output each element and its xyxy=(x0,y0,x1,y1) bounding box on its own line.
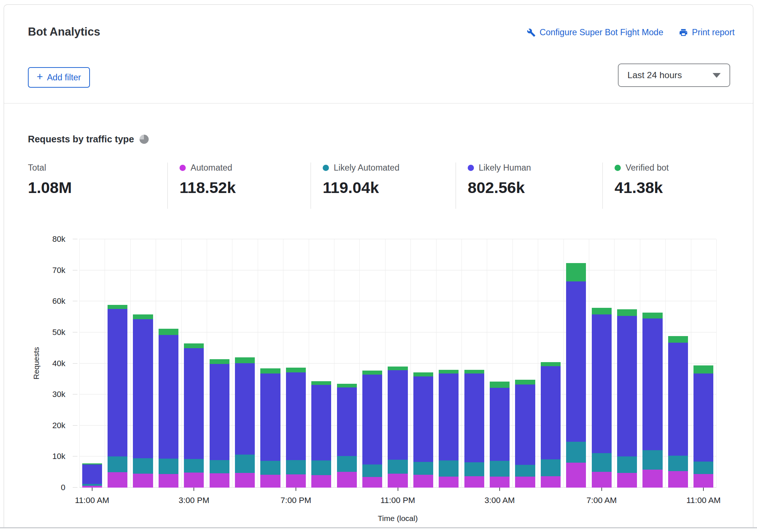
stacked-bar xyxy=(464,239,484,488)
time-range-select[interactable]: Last 24 hours xyxy=(618,63,730,87)
x-axis-tick xyxy=(193,488,194,491)
bar-segment-automated xyxy=(108,472,127,488)
section-title-row: Requests by traffic type xyxy=(28,134,149,145)
bar-segment-likely-human xyxy=(286,372,306,460)
plus-icon: + xyxy=(37,72,43,82)
stat-value: 118.52k xyxy=(180,179,311,197)
bar-segment-likely-human xyxy=(82,464,102,484)
stacked-bar xyxy=(490,239,510,488)
bar-slot xyxy=(410,239,436,488)
bar-segment-verified-bot xyxy=(108,305,127,309)
bar-segment-automated xyxy=(388,474,408,488)
bar-segment-verified-bot xyxy=(566,263,586,281)
configure-super-bot-fight-mode-link[interactable]: Configure Super Bot Fight Mode xyxy=(527,28,663,37)
bar-segment-likely-automated xyxy=(133,458,153,473)
bar-segment-automated xyxy=(515,477,535,488)
stat-value: 1.08M xyxy=(28,179,167,197)
pie-chart-icon xyxy=(140,135,149,144)
print-report-link[interactable]: Print report xyxy=(679,28,735,37)
bar-slot xyxy=(487,239,512,488)
y-axis-tick xyxy=(73,487,77,488)
bar-segment-verified-bot xyxy=(286,368,306,373)
legend-dot-likely-automated xyxy=(323,165,329,171)
bar-slot xyxy=(258,239,283,488)
bar-segment-likely-human xyxy=(617,316,637,456)
bar-segment-likely-human xyxy=(260,374,280,461)
stacked-bar xyxy=(159,239,178,488)
header-links: Configure Super Bot Fight Mode Print rep… xyxy=(527,28,735,37)
printer-icon xyxy=(679,28,688,37)
x-tick-label: 7:00 PM xyxy=(280,496,311,505)
bar-segment-verified-bot xyxy=(439,370,459,373)
time-range-value: Last 24 hours xyxy=(627,70,682,80)
bar-segment-likely-human xyxy=(642,318,662,451)
bar-slot xyxy=(359,239,385,488)
print-link-label: Print report xyxy=(692,28,735,37)
bar-segment-verified-bot xyxy=(235,357,255,363)
bar-segment-likely-human xyxy=(133,319,153,458)
stacked-bar xyxy=(184,239,204,488)
stat-label: Verified bot xyxy=(626,163,669,173)
stats-row: Total 1.08M Automated 118.52k Likely Aut… xyxy=(28,163,752,209)
bar-segment-likely-human xyxy=(668,343,688,456)
x-tick-label: 11:00 PM xyxy=(380,496,415,505)
stacked-bar xyxy=(388,239,408,488)
bar-slot xyxy=(512,239,538,488)
bar-segment-automated xyxy=(159,474,178,488)
bar-segment-automated xyxy=(362,477,382,488)
x-tick-label: 3:00 PM xyxy=(178,496,209,505)
add-filter-button[interactable]: + Add filter xyxy=(28,67,90,88)
stat-verified-bot: Verified bot 41.38k xyxy=(602,163,752,209)
bar-segment-likely-automated xyxy=(464,462,484,476)
stat-value: 802.56k xyxy=(468,179,602,197)
bar-segment-likely-automated xyxy=(642,450,662,469)
stacked-bar xyxy=(362,239,382,488)
bar-segment-likely-automated xyxy=(235,455,255,473)
bar-segment-likely-automated xyxy=(439,460,459,477)
bar-segment-likely-human xyxy=(413,376,433,462)
bar-segment-likely-human xyxy=(337,387,357,456)
bar-segment-likely-automated xyxy=(693,462,713,474)
y-tick-label: 0 xyxy=(61,483,65,492)
bar-slot xyxy=(309,239,334,488)
stat-total: Total 1.08M xyxy=(28,163,167,209)
y-tick-label: 80k xyxy=(52,234,65,244)
plot-area: 11:00 AM3:00 PM7:00 PM11:00 PM3:00 AM7:0… xyxy=(79,239,716,488)
bar-segment-automated xyxy=(566,463,586,488)
bar-segment-automated xyxy=(286,474,306,488)
bar-segment-likely-automated xyxy=(286,460,306,475)
bottom-divider xyxy=(0,527,757,528)
stacked-bar xyxy=(82,239,102,488)
bar-segment-likely-human xyxy=(490,388,510,461)
bar-segment-verified-bot xyxy=(541,362,561,366)
bar-segment-automated xyxy=(133,474,153,488)
stacked-bar xyxy=(592,239,612,488)
wrench-icon xyxy=(527,28,536,37)
bar-segment-automated xyxy=(541,476,561,488)
bar-segment-likely-human xyxy=(235,363,255,455)
x-axis-tick xyxy=(499,488,500,491)
bar-segment-automated xyxy=(235,473,255,488)
bar-segment-likely-automated xyxy=(108,456,127,472)
y-tick-label: 10k xyxy=(52,452,65,461)
stat-likely-automated: Likely Automated 119.04k xyxy=(311,163,456,209)
stacked-bar xyxy=(515,239,535,488)
stat-label: Likely Human xyxy=(479,163,531,173)
stacked-bar xyxy=(260,239,280,488)
y-axis-tick xyxy=(73,332,77,332)
bar-segment-likely-automated xyxy=(566,442,586,463)
bar-slot xyxy=(665,239,691,488)
stat-label: Likely Automated xyxy=(334,163,399,173)
bar-slot xyxy=(79,239,105,488)
y-tick-label: 50k xyxy=(52,328,65,337)
y-axis-tick xyxy=(73,394,77,394)
chevron-down-icon xyxy=(713,73,721,78)
bar-slot xyxy=(640,239,665,488)
bar-segment-verified-bot xyxy=(159,329,178,335)
bar-segment-automated xyxy=(464,476,484,488)
page-title: Bot Analytics xyxy=(28,25,100,39)
stacked-bar xyxy=(693,239,713,488)
configure-link-label: Configure Super Bot Fight Mode xyxy=(540,28,663,37)
bar-segment-likely-automated xyxy=(668,456,688,471)
stacked-bar xyxy=(642,239,662,488)
